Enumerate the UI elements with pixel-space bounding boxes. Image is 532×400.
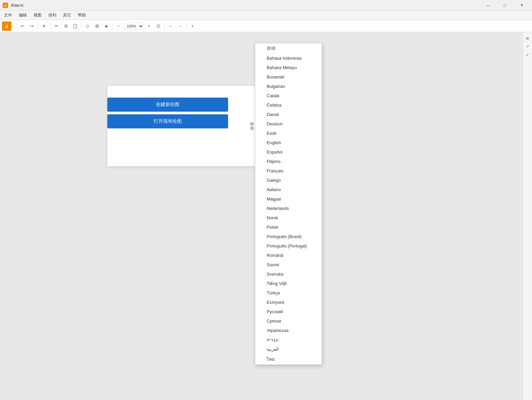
lang-label-15: Italiano <box>267 187 281 192</box>
menu-bar: 文件 编辑 视图 排列 其它 帮助 <box>0 11 532 20</box>
lang-label-10: English <box>267 140 281 145</box>
lang-item-português-(portugal)[interactable]: Português (Portugal) <box>255 241 322 250</box>
lang-item-עברית[interactable]: עברית <box>255 335 322 344</box>
lang-item-eesti[interactable]: Eesti <box>255 128 322 138</box>
copy-button[interactable]: ⧉ <box>61 22 70 31</box>
toolbar-sep-7 <box>186 23 187 30</box>
panel-icon-1[interactable]: ⊞ <box>524 35 531 42</box>
window-controls: ─ □ ✕ <box>480 0 529 11</box>
lang-item-magyar[interactable]: Magyar <box>255 194 322 204</box>
lang-item-italiano[interactable]: Italiano <box>255 185 322 194</box>
lang-label-18: Norsk <box>267 215 278 220</box>
lang-label-26: Türkçe <box>267 290 280 295</box>
zoom-out-button[interactable]: − <box>114 22 123 31</box>
lang-item-polski[interactable]: Polski <box>255 222 322 232</box>
format-button[interactable]: ⊞ <box>93 22 101 31</box>
lang-item-română[interactable]: Română <box>255 250 322 260</box>
menu-help[interactable]: 帮助 <box>75 12 89 19</box>
lang-label-27: Ελληνικά <box>267 300 284 305</box>
waypoint-button[interactable]: ◈ <box>102 22 111 31</box>
zoom-in-button[interactable]: + <box>145 22 153 31</box>
lang-label-2: Bahasa Melayu <box>267 65 297 70</box>
lang-label-5: Català <box>267 93 279 98</box>
lang-item-bosanski[interactable]: Bosanski <box>255 72 322 81</box>
lang-item-ελληνικά[interactable]: Ελληνικά <box>255 297 322 307</box>
close-button[interactable]: ✕ <box>514 0 529 11</box>
lang-item-čeština[interactable]: Čeština <box>255 100 322 110</box>
menu-other[interactable]: 其它 <box>60 12 74 19</box>
toolbar: d ↩ ↪ ✕ ✂ ⧉ 📋 ◇ ⊞ ◈ − 100% 75% 50% 150% … <box>0 20 532 32</box>
lang-item-galego[interactable]: Galego <box>255 175 322 185</box>
arrow-right-button[interactable]: → <box>176 22 184 31</box>
add-page-button[interactable]: + <box>188 22 197 31</box>
lang-item-bahasa-melayu[interactable]: Bahasa Melayu <box>255 63 322 72</box>
lang-item-dansk[interactable]: Dansk <box>255 110 322 119</box>
arrow-left-button[interactable]: ← <box>166 22 175 31</box>
lang-item-svenska[interactable]: Svenska <box>255 269 322 279</box>
lang-label-33: ไทย <box>267 356 275 363</box>
start-buttons: 创建新绘图 打开现有绘图 <box>107 98 228 128</box>
lang-label-31: עברית <box>267 337 278 342</box>
lang-item-português-(brasil)[interactable]: Português (Brasil) <box>255 232 322 241</box>
fit-page-button[interactable]: ⊡ <box>154 22 163 31</box>
open-existing-diagram-button[interactable]: 打开现有绘图 <box>107 114 228 128</box>
lang-item-español[interactable]: Español <box>255 147 322 157</box>
lang-label-17: Nederlands <box>267 206 289 211</box>
toolbar-sep-1 <box>16 23 16 30</box>
lang-label-22: Română <box>267 253 283 258</box>
lang-item-српски[interactable]: Српски <box>255 316 322 326</box>
main-area: 创建新绘图 打开现有绘图 ⚙ ⊞ ↗ ↙ 自动Bahasa IndonesiaB… <box>0 32 532 400</box>
lang-label-23: Suomi <box>267 262 279 267</box>
toolbar-sep-2 <box>38 23 38 30</box>
undo-button[interactable]: ↩ <box>18 22 26 31</box>
lang-item-français[interactable]: Français <box>255 166 322 175</box>
maximize-button[interactable]: □ <box>497 0 513 11</box>
delete-button[interactable]: ✕ <box>40 22 48 31</box>
paste-button[interactable]: 📋 <box>71 22 79 31</box>
minimize-button[interactable]: ─ <box>480 0 496 11</box>
lang-item-filipino[interactable]: Filipino <box>255 157 322 166</box>
lang-label-0: 自动 <box>267 45 275 51</box>
panel-icon-2[interactable]: ↗ <box>524 43 531 50</box>
lang-item-العربية[interactable]: العربية <box>255 344 322 354</box>
menu-file[interactable]: 文件 <box>1 12 15 19</box>
lang-label-6: Čeština <box>267 103 281 108</box>
language-dropdown: 自动Bahasa IndonesiaBahasa MelayuBosanskiB… <box>255 43 322 365</box>
title-bar-left: d draw.io <box>3 3 23 8</box>
app-title: draw.io <box>11 3 23 8</box>
menu-view[interactable]: 视图 <box>31 12 44 19</box>
cut-button[interactable]: ✂ <box>52 22 61 31</box>
toolbar-sep-5 <box>112 23 113 30</box>
lang-item-català[interactable]: Català <box>255 91 322 100</box>
redo-button[interactable]: ↪ <box>27 22 36 31</box>
menu-edit[interactable]: 编辑 <box>16 12 30 19</box>
panel-icon-3[interactable]: ↙ <box>524 51 531 58</box>
lang-item-bahasa-indonesia[interactable]: Bahasa Indonesia <box>255 53 322 63</box>
title-bar: d draw.io ─ □ ✕ <box>0 0 532 11</box>
lang-item-norsk[interactable]: Norsk <box>255 213 322 222</box>
lang-label-24: Svenska <box>267 272 283 277</box>
lang-item-українська[interactable]: Українська <box>255 326 322 335</box>
lang-label-3: Bosanski <box>267 74 284 79</box>
menu-arrange[interactable]: 排列 <box>46 12 59 19</box>
lang-label-19: Polski <box>267 225 278 230</box>
lang-item-tiếng-việt[interactable]: Tiếng Việt <box>255 279 322 288</box>
lang-item-nederlands[interactable]: Nederlands <box>255 204 322 213</box>
lang-item-自动[interactable]: 自动 <box>255 43 322 53</box>
lang-label-8: Deutsch <box>267 121 283 126</box>
lang-item-bulgarian[interactable]: Bulgarian <box>255 81 322 91</box>
lang-item-deutsch[interactable]: Deutsch <box>255 119 322 128</box>
lang-item-suomi[interactable]: Suomi <box>255 260 322 269</box>
app-icon: d <box>3 3 8 8</box>
lang-item-türkçe[interactable]: Türkçe <box>255 288 322 297</box>
lang-label-1: Bahasa Indonesia <box>267 56 302 61</box>
lang-label-32: العربية <box>267 347 279 352</box>
lang-item-русский[interactable]: Русский <box>255 307 322 316</box>
connect-button[interactable]: ◇ <box>83 22 92 31</box>
create-new-diagram-button[interactable]: 创建新绘图 <box>107 98 228 112</box>
svg-text:d: d <box>5 24 8 29</box>
lang-item-ไทย[interactable]: ไทย <box>255 354 322 365</box>
lang-item-english[interactable]: English <box>255 138 322 147</box>
zoom-select[interactable]: 100% 75% 50% 150% <box>124 23 144 30</box>
lang-label-28: Русский <box>267 309 283 314</box>
